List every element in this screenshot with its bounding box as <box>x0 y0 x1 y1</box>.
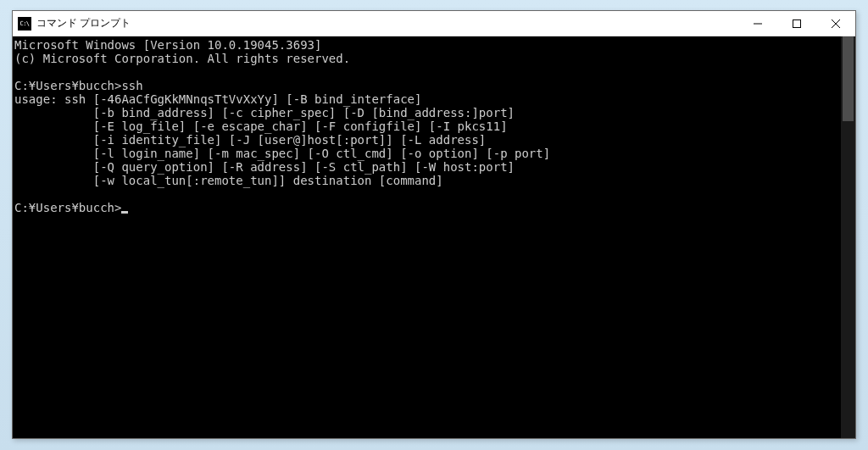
terminal-line: usage: ssh [-46AaCfGgKkMNnqsTtVvXxYy] [-… <box>14 92 421 106</box>
cmd-icon: C:\ <box>18 17 31 31</box>
terminal-wrapper: Microsoft Windows [Version 10.0.19045.36… <box>13 36 855 438</box>
command-prompt-window: C:\ コマンド プロンプト Microsoft Windows [Versio… <box>12 10 856 439</box>
titlebar[interactable]: C:\ コマンド プロンプト <box>13 11 855 36</box>
terminal-line: (c) Microsoft Corporation. All rights re… <box>14 52 350 65</box>
maximize-button[interactable] <box>777 11 816 36</box>
terminal-line: [-w local_tun[:remote_tun]] destination … <box>14 174 443 187</box>
terminal-line: [-i identity_file] [-J [user@]host[:port… <box>14 133 486 147</box>
svg-rect-1 <box>793 19 801 27</box>
close-icon <box>832 19 840 28</box>
minimize-button[interactable] <box>738 11 777 36</box>
window-title: コマンド プロンプト <box>36 16 738 31</box>
terminal-prompt: C:¥Users¥bucch> <box>14 201 121 214</box>
terminal-line: [-Q query_option] [-R address] [-S ctl_p… <box>14 160 515 174</box>
terminal-line: Microsoft Windows [Version 10.0.19045.36… <box>14 38 321 52</box>
cursor <box>121 211 128 214</box>
close-button[interactable] <box>816 11 855 36</box>
window-controls <box>738 11 855 36</box>
maximize-icon <box>793 19 801 28</box>
terminal-line: [-l login_name] [-m mac_spec] [-O ctl_cm… <box>14 147 550 160</box>
scrollbar-thumb[interactable] <box>843 36 854 121</box>
minimize-icon <box>754 19 762 28</box>
terminal-line: [-b bind_address] [-c cipher_spec] [-D [… <box>14 106 515 119</box>
terminal-line: C:¥Users¥bucch>ssh <box>14 79 143 92</box>
terminal-output[interactable]: Microsoft Windows [Version 10.0.19045.36… <box>13 36 841 438</box>
scrollbar[interactable] <box>841 36 855 438</box>
terminal-line: [-E log_file] [-e escape_char] [-F confi… <box>14 119 508 133</box>
